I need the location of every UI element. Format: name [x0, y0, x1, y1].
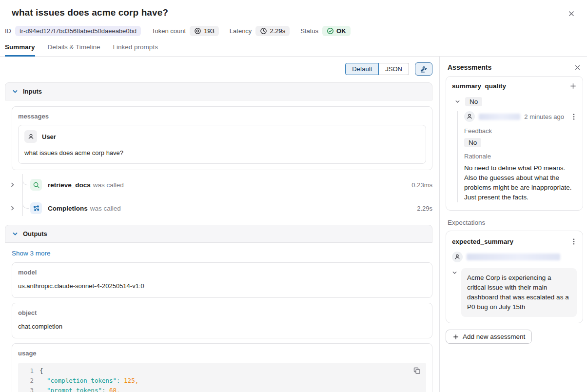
add-new-assessment-button[interactable]: Add new assessment: [446, 330, 532, 344]
redacted-username: [479, 114, 520, 120]
trace-meta-row: ID tr-d94ed127f7bd3568abed50daeeabe0bd T…: [0, 20, 587, 36]
token-count-pill: 193: [190, 26, 219, 36]
toggle-assessments-button[interactable]: [415, 62, 432, 76]
chevron-right-icon[interactable]: [10, 205, 18, 211]
chevron-down-icon[interactable]: [452, 270, 457, 275]
kebab-icon: [573, 113, 575, 120]
assessments-panel-title: Assessments: [448, 63, 491, 71]
assessment-value-pill: No: [465, 97, 482, 106]
model-value: us.anthropic.claude-sonnet-4-20250514-v1…: [18, 282, 426, 290]
code-line: 1{: [18, 366, 426, 376]
inputs-section-title: Inputs: [23, 88, 42, 95]
assessment-card-summary-quality: summary_quality No: [446, 76, 583, 211]
user-avatar: [24, 130, 37, 143]
trace-tabs: Summary Details & Timeline Linked prompt…: [0, 36, 587, 57]
assessments-panel: Assessments summary_quality: [440, 57, 587, 392]
reviewer-avatar: [464, 111, 475, 122]
code-key: "completion_tokens":: [39, 376, 124, 386]
close-assessments-button[interactable]: [574, 64, 581, 71]
page-title: what issues does acme corp have?: [12, 7, 168, 18]
tab-summary[interactable]: Summary: [5, 43, 35, 57]
rationale-text: No need to define what P0 means. Also th…: [464, 163, 577, 202]
show-more-link[interactable]: Show 3 more: [12, 250, 51, 257]
expectation-menu-button[interactable]: [571, 237, 577, 246]
view-toolbar: Default JSON: [5, 62, 432, 76]
messages-card: messages User what issues does acme corp…: [12, 106, 432, 170]
message-role: User: [42, 133, 56, 140]
span-name: retrieve_docs: [48, 181, 91, 189]
code-value: 68,: [109, 386, 120, 392]
line-number: 3: [18, 386, 34, 392]
tab-linked-prompts[interactable]: Linked prompts: [113, 43, 158, 57]
status-value: OK: [336, 27, 346, 35]
usage-label: usage: [18, 350, 426, 357]
span-name: Completions: [48, 205, 88, 212]
line-number: 1: [18, 366, 34, 376]
code-value: 125,: [124, 376, 138, 386]
span-suffix: was called: [93, 181, 124, 189]
rationale-label: Rationale: [464, 153, 577, 160]
span-duration: 0.23ms: [411, 181, 432, 189]
expectation-name: expected_summary: [452, 238, 513, 245]
message-text: what issues does acme corp have?: [24, 149, 420, 157]
close-icon: [574, 64, 581, 71]
gavel-icon: [420, 65, 428, 73]
add-assessment-value-button[interactable]: [569, 82, 577, 90]
check-circle-icon: [327, 27, 334, 35]
close-icon: [567, 10, 575, 18]
chevron-down-icon: [455, 99, 460, 104]
object-field-card: object chat.completion: [12, 303, 432, 338]
token-count-label: Token count: [152, 27, 186, 35]
token-target-icon: [194, 27, 201, 35]
chevron-down-icon: [12, 231, 18, 237]
add-new-assessment-label: Add new assessment: [463, 333, 525, 340]
feedback-label: Feedback: [464, 127, 577, 135]
token-count-value: 193: [204, 27, 215, 35]
inputs-section-header[interactable]: Inputs: [5, 82, 432, 100]
view-default-button[interactable]: Default: [345, 63, 379, 75]
status-pill: OK: [322, 26, 351, 36]
trace-id-group: ID tr-d94ed127f7bd3568abed50daeeabe0bd: [5, 26, 141, 36]
code-line: 3 "prompt_tokens": 68,: [18, 386, 426, 392]
messages-label: messages: [18, 113, 426, 120]
view-json-button[interactable]: JSON: [379, 63, 409, 75]
latency-group: Latency 2.29s: [230, 26, 290, 36]
person-icon: [466, 113, 473, 120]
tab-details-timeline[interactable]: Details & Timeline: [48, 43, 100, 57]
plus-icon: [569, 82, 577, 90]
redacted-username: [467, 254, 560, 260]
usage-field-card: usage 1{ 2 "completion_tokens": 125, 3 "…: [12, 343, 432, 392]
expected-summary-text: Acme Corp is experiencing a critical iss…: [461, 268, 577, 317]
search-icon: [30, 179, 42, 191]
code-line: 2 "completion_tokens": 125,: [18, 376, 426, 386]
span-duration: 2.29s: [417, 205, 432, 212]
status-group: Status OK: [300, 26, 350, 36]
span-row-completions[interactable]: Completions was called 2.29s: [5, 201, 432, 215]
latency-value: 2.29s: [270, 27, 285, 35]
latency-pill: 2.29s: [255, 26, 290, 36]
line-number: 2: [18, 376, 34, 386]
assessment-entry: 2 minutes ago Feedback No Rationale No n…: [457, 111, 577, 202]
copy-button[interactable]: [412, 366, 422, 375]
status-label: Status: [300, 27, 318, 35]
outputs-section-header[interactable]: Outputs: [5, 225, 432, 243]
assessment-name: summary_quality: [452, 82, 506, 90]
id-label: ID: [5, 27, 11, 35]
assessment-menu-button[interactable]: [571, 112, 577, 121]
trace-id-pill[interactable]: tr-d94ed127f7bd3568abed50daeeabe0bd: [15, 26, 141, 36]
model-field-card: model us.anthropic.claude-sonnet-4-20250…: [12, 262, 432, 298]
token-count-group: Token count 193: [152, 26, 219, 36]
user-message-card: User what issues does acme corp have?: [18, 125, 426, 164]
span-suffix: was called: [90, 205, 121, 212]
chevron-right-icon[interactable]: [10, 182, 18, 188]
close-trace-button[interactable]: [566, 8, 577, 20]
span-row-retrieve-docs[interactable]: retrieve_docs was called 0.23ms: [5, 178, 432, 192]
person-icon: [454, 254, 461, 260]
outputs-section-title: Outputs: [23, 230, 47, 237]
assessment-value-row[interactable]: No: [452, 97, 577, 106]
summary-main-panel: Default JSON Inputs messages: [0, 57, 440, 392]
span-tree: retrieve_docs was called 0.23ms Completi…: [5, 178, 432, 215]
object-value: chat.completion: [18, 323, 426, 330]
model-label: model: [18, 269, 426, 276]
latency-label: Latency: [230, 27, 252, 35]
